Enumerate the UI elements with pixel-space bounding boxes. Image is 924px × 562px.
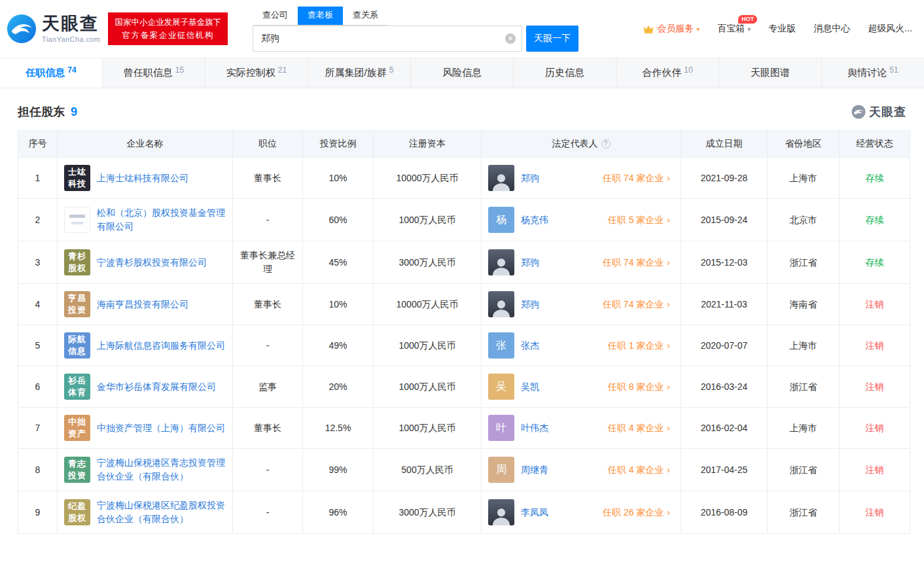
legal-rep-avatar[interactable]: 叶 [488, 415, 514, 441]
page-tab[interactable]: 实际控制权21 [205, 58, 308, 88]
ratio-cell: 10% [303, 158, 374, 199]
company-name-link[interactable]: 松和（北京）股权投资基金管理有限公司 [97, 206, 226, 234]
company-name-link[interactable]: 上海际航信息咨询服务有限公司 [97, 339, 225, 353]
legal-rep-avatar[interactable] [488, 499, 514, 525]
company-name-link[interactable]: 金华市衫岳体育发展有限公司 [97, 380, 216, 394]
hot-badge: HOT [738, 15, 757, 24]
ratio-cell: 99% [303, 449, 374, 491]
page-tab[interactable]: 天眼图谱 [719, 58, 822, 88]
column-header: 序号 [18, 131, 58, 158]
company-name-link[interactable]: 上海士竑科技有限公司 [97, 171, 188, 185]
legal-rep-name-link[interactable]: 郑驹 [521, 171, 539, 185]
legal-rep-avatar[interactable] [488, 291, 514, 317]
help-icon[interactable]: ? [601, 139, 611, 149]
crown-icon [643, 24, 654, 34]
company-logo[interactable]: 中拙资产 [64, 415, 90, 441]
province-cell: 上海市 [768, 408, 840, 449]
province-cell: 浙江省 [768, 366, 840, 408]
table-row: 8 青志投资 宁波梅山保税港区青志投资管理合伙企业（有限合伙） - 99% 50… [18, 449, 910, 491]
table-row: 7 中拙资产 中拙资产管理（上海）有限公司 董事长 12.5% 1000万人民币… [18, 408, 910, 449]
search-tab[interactable]: 查关系 [343, 7, 388, 25]
capital-cell: 1000万人民币 [374, 366, 482, 408]
company-logo[interactable]: 青志投资 [64, 457, 90, 483]
page-tab[interactable]: 风险信息 [411, 58, 514, 88]
companies-count-link[interactable]: 任职 8 家企业 › [608, 380, 670, 394]
legal-rep-avatar[interactable]: 周 [488, 457, 514, 483]
watermark-logo: 天眼查 [851, 104, 906, 120]
column-header: 法定代表人? [482, 131, 681, 158]
company-name-link[interactable]: 海南亨昌投资有限公司 [97, 298, 188, 311]
status-badge: 注销 [866, 423, 884, 433]
shareholder-table-wrap: 序号企业名称职位投资比例注册资本法定代表人?成立日期省份地区经营状态 1 士竑科… [0, 130, 924, 534]
companies-count-link[interactable]: 任职 26 家企业 › [603, 506, 670, 519]
row-index: 1 [18, 158, 58, 199]
tab-label: 舆情讨论 [847, 67, 887, 79]
page-tab[interactable]: 舆情讨论51 [822, 58, 924, 88]
page-tab[interactable]: 所属集团/族群5 [308, 58, 411, 88]
message-center-link[interactable]: 消息中心 [813, 23, 850, 35]
capital-cell: 500万人民币 [374, 449, 482, 491]
column-header: 职位 [233, 131, 303, 158]
companies-count-link[interactable]: 任职 4 家企业 › [608, 463, 670, 477]
companies-count-link[interactable]: 任职 74 家企业 › [603, 171, 670, 185]
legal-rep-name-link[interactable]: 周继青 [521, 463, 548, 477]
companies-count-link[interactable]: 任职 4 家企业 › [608, 421, 670, 435]
position-cell: - [233, 491, 303, 534]
legal-rep-name-link[interactable]: 张杰 [521, 339, 539, 353]
established-date-cell: 2016-03-24 [681, 366, 768, 408]
toolbox-link[interactable]: HOT 百宝箱 ▾ [717, 23, 751, 35]
legal-rep-avatar[interactable]: 吴 [488, 374, 514, 400]
province-cell: 浙江省 [768, 491, 840, 534]
legal-rep-avatar[interactable]: 张 [488, 332, 514, 359]
province-cell: 上海市 [768, 158, 840, 199]
member-services-link[interactable]: 会员服务 ▾ [643, 23, 700, 35]
chevron-right-icon: › [667, 258, 670, 267]
companies-count-link[interactable]: 任职 74 家企业 › [603, 256, 670, 270]
page-tab[interactable]: 任职信息74 [0, 58, 103, 88]
tianyancha-logo-icon [7, 14, 37, 44]
legal-rep-name-link[interactable]: 吴凯 [521, 380, 539, 394]
chevron-right-icon: › [667, 215, 670, 224]
pro-version-link[interactable]: 专业版 [768, 23, 796, 35]
company-logo[interactable]: 士竑科技 [64, 165, 90, 191]
company-name-link[interactable]: 宁波梅山保税港区青志投资管理合伙企业（有限合伙） [97, 456, 226, 483]
legal-rep-avatar[interactable] [488, 165, 514, 191]
search-tab[interactable]: 查老板 [298, 7, 343, 25]
company-name-link[interactable]: 宁波青杉股权投资有限公司 [97, 256, 207, 270]
company-logo[interactable]: 际航信息 [64, 332, 90, 359]
super-risk-link[interactable]: 超级风火... [868, 23, 912, 35]
company-name-link[interactable]: 宁波梅山保税港区纪盈股权投资合伙企业（有限合伙） [97, 499, 226, 526]
search-input[interactable] [253, 26, 522, 52]
legal-rep-name-link[interactable]: 李凤凤 [521, 506, 548, 519]
column-header: 注册资本 [374, 131, 482, 158]
company-logo[interactable]: 亨昌投资 [64, 291, 90, 317]
clear-input-icon[interactable]: ✕ [505, 33, 516, 44]
section-count: 9 [71, 105, 77, 119]
legal-rep-avatar[interactable]: 杨 [488, 207, 514, 233]
page-tab[interactable]: 历史信息 [514, 58, 616, 88]
search-tab[interactable]: 查公司 [253, 7, 298, 25]
company-logo[interactable]: 青杉股权 [64, 249, 90, 275]
position-cell: - [233, 449, 303, 491]
company-logo[interactable]: 纪盈股权 [64, 499, 90, 525]
legal-rep-name-link[interactable]: 郑驹 [521, 256, 539, 270]
legal-rep-avatar[interactable] [488, 249, 514, 275]
tab-label: 实际控制权 [226, 67, 275, 79]
legal-rep-name-link[interactable]: 郑驹 [521, 298, 539, 311]
position-cell: - [233, 199, 303, 241]
search-button[interactable]: 天眼一下 [526, 26, 578, 52]
capital-cell: 10000万人民币 [374, 284, 482, 325]
company-name-link[interactable]: 中拙资产管理（上海）有限公司 [97, 421, 225, 435]
page-tab[interactable]: 合作伙伴10 [616, 58, 719, 88]
chevron-right-icon: › [667, 382, 670, 391]
companies-count-link[interactable]: 任职 5 家企业 › [608, 213, 670, 227]
company-logo[interactable]: 衫岳体育 [64, 374, 90, 400]
companies-count-link[interactable]: 任职 74 家企业 › [603, 298, 670, 311]
company-logo[interactable] [64, 207, 90, 233]
tianyancha-logo[interactable]: 天眼查 TianYanCha.com [7, 14, 100, 44]
legal-rep-name-link[interactable]: 叶伟杰 [521, 421, 548, 435]
companies-count-link[interactable]: 任职 1 家企业 › [608, 339, 670, 353]
table-row: 3 青杉股权 宁波青杉股权投资有限公司 董事长兼总经理 45% 3000万人民币… [18, 241, 910, 284]
page-tab[interactable]: 曾任职信息15 [103, 58, 205, 88]
legal-rep-name-link[interactable]: 杨克伟 [521, 213, 548, 227]
